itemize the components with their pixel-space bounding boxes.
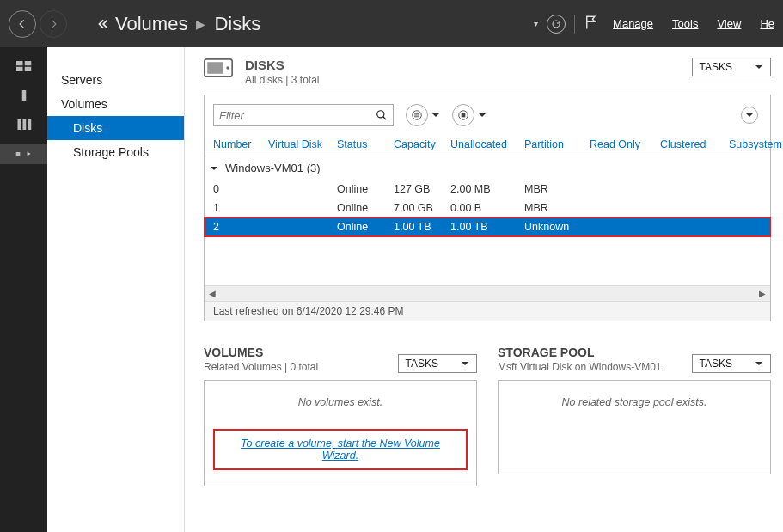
cell-partition: MBR	[524, 183, 590, 195]
cell-partition: Unknown	[524, 221, 590, 233]
scroll-left-icon[interactable]: ◀	[205, 286, 220, 302]
titlebar: Volumes ▶ Disks ▾ Manage Tools View He	[0, 0, 783, 47]
section-subtitle: All disks | 3 total	[245, 74, 319, 86]
cell-capacity: 1.00 TB	[394, 221, 450, 233]
list-view-icon[interactable]	[452, 104, 474, 126]
empty-message: No volumes exist.	[213, 396, 468, 408]
col-virtual-disk[interactable]: Virtual Disk	[268, 138, 337, 150]
chevron-right-icon: ▶	[196, 17, 205, 31]
search-icon[interactable]	[376, 109, 388, 121]
cell-vdisk	[268, 183, 337, 195]
col-clustered[interactable]: Clustered	[660, 138, 729, 150]
table-row[interactable]: 0Online127 GB2.00 MBMBR	[205, 180, 770, 199]
col-status[interactable]: Status	[337, 138, 394, 150]
svg-rect-2	[16, 67, 23, 71]
table-row[interactable]: 2Online1.00 TB1.00 TBUnknown	[205, 217, 770, 236]
cell-vdisk	[268, 221, 337, 233]
cell-status: Online	[337, 221, 394, 233]
chevron-down-icon[interactable]	[478, 109, 486, 122]
titlebar-menu: Manage Tools View He	[613, 17, 774, 30]
menu-view[interactable]: View	[717, 17, 741, 30]
rail-dashboard-icon[interactable]	[0, 56, 47, 76]
svg-point-11	[226, 66, 229, 69]
col-capacity[interactable]: Capacity	[394, 138, 450, 150]
cell-clustered	[660, 221, 729, 233]
empty-message: No related storage pool exists.	[507, 396, 762, 408]
nav-item-storage-pools[interactable]: Storage Pools	[47, 140, 184, 164]
navigation-tree: Servers Volumes Disks Storage Pools	[47, 47, 185, 532]
cell-readonly	[590, 221, 660, 233]
cell-status: Online	[337, 183, 394, 195]
collapse-icon[interactable]	[210, 164, 218, 173]
chevron-down-icon[interactable]	[431, 109, 440, 122]
col-number[interactable]: Number	[213, 138, 268, 150]
cell-partition: MBR	[524, 202, 590, 214]
grid-body: Windows-VM01 (3) 0Online127 GB2.00 MBMBR…	[205, 156, 770, 285]
cell-subsystem	[729, 202, 783, 214]
cell-readonly	[590, 183, 660, 195]
svg-rect-19	[462, 113, 466, 118]
details-view-icon[interactable]	[406, 104, 428, 126]
section-title: VOLUMES	[204, 345, 318, 359]
menu-tools[interactable]: Tools	[672, 17, 698, 30]
cell-status: Online	[337, 202, 394, 214]
tasks-label: TASKS	[700, 358, 732, 370]
separator	[574, 15, 575, 34]
menu-manage[interactable]: Manage	[613, 17, 653, 30]
svg-rect-5	[17, 119, 21, 130]
dropdown-caret-icon[interactable]: ▾	[534, 19, 538, 28]
cell-clustered	[660, 202, 729, 214]
section-subtitle: Msft Virtual Disk on Windows-VM01	[498, 361, 662, 373]
nav-item-disks[interactable]: Disks	[47, 116, 184, 140]
rail-server-icon[interactable]	[0, 85, 47, 106]
scroll-right-icon[interactable]: ▶	[755, 286, 770, 302]
cell-capacity: 127 GB	[394, 183, 450, 195]
cell-subsystem	[729, 221, 783, 233]
cell-number: 2	[213, 221, 268, 233]
notifications-flag-icon[interactable]	[584, 15, 599, 33]
col-partition[interactable]: Partition	[524, 138, 590, 150]
svg-rect-1	[24, 61, 31, 65]
volumes-section: VOLUMES Related Volumes | 0 total TASKS …	[204, 345, 477, 486]
cell-unallocated: 2.00 MB	[450, 183, 524, 195]
menu-help[interactable]: He	[760, 17, 774, 30]
col-read-only[interactable]: Read Only	[590, 138, 660, 150]
tasks-dropdown[interactable]: TASKS	[692, 58, 771, 76]
left-icon-rail	[0, 47, 47, 532]
nav-item-volumes[interactable]: Volumes	[47, 92, 184, 116]
col-subsystem[interactable]: Subsystem	[729, 138, 783, 150]
breadcrumb-item[interactable]: Disks	[214, 13, 260, 35]
cell-number: 1	[213, 202, 268, 214]
svg-line-13	[383, 117, 387, 120]
section-title: DISKS	[245, 58, 319, 72]
expand-section-icon[interactable]	[741, 107, 758, 124]
cell-unallocated: 0.00 B	[450, 202, 524, 214]
nav-item-servers[interactable]: Servers	[47, 68, 184, 92]
cell-capacity: 7.00 GB	[394, 202, 450, 214]
main-content: DISKS All disks | 3 total TASKS	[185, 47, 783, 532]
svg-rect-3	[24, 67, 31, 71]
horizontal-scrollbar[interactable]: ◀ ▶	[205, 285, 770, 301]
cell-readonly	[590, 202, 660, 214]
breadcrumb-root-icon[interactable]	[96, 18, 108, 30]
filter-box[interactable]	[213, 104, 394, 126]
breadcrumb-item[interactable]: Volumes	[115, 13, 187, 35]
group-row[interactable]: Windows-VM01 (3)	[205, 156, 770, 180]
tasks-label: TASKS	[700, 61, 732, 73]
refresh-icon[interactable]	[547, 15, 566, 34]
rail-all-servers-icon[interactable]	[0, 114, 47, 135]
table-row[interactable]: 1Online7.00 GB0.00 BMBR	[205, 199, 770, 217]
back-button[interactable]	[9, 10, 36, 38]
filter-input[interactable]	[219, 109, 376, 122]
new-volume-wizard-link[interactable]: To create a volume, start the New Volume…	[213, 429, 468, 470]
disk-icon	[204, 58, 233, 81]
tasks-dropdown[interactable]: TASKS	[692, 354, 771, 373]
col-unallocated[interactable]: Unallocated	[450, 138, 524, 150]
chevron-down-icon	[755, 63, 763, 71]
svg-rect-7	[28, 119, 31, 130]
tasks-dropdown[interactable]: TASKS	[398, 354, 477, 373]
rail-storage-icon[interactable]	[0, 144, 47, 164]
svg-rect-6	[22, 119, 26, 130]
section-title: STORAGE POOL	[498, 345, 662, 359]
breadcrumb: Volumes ▶ Disks	[115, 13, 260, 35]
